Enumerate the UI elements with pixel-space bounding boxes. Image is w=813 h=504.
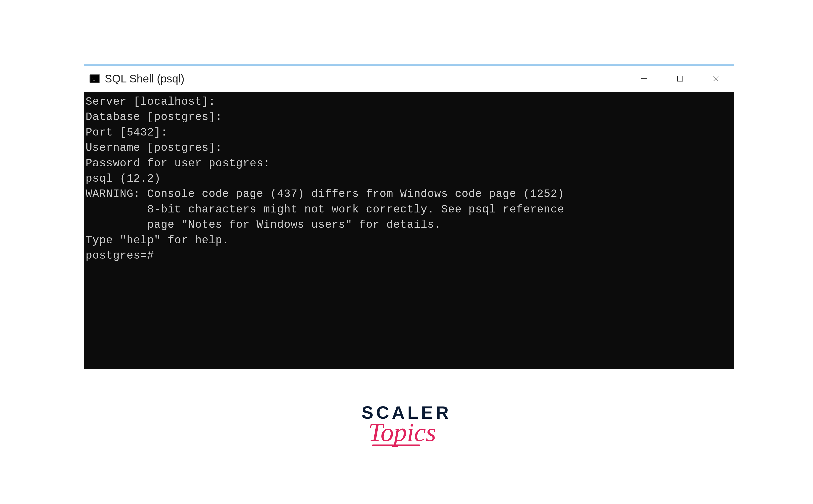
terminal-line: Password for user postgres: — [86, 156, 732, 171]
window-title: SQL Shell (psql) — [105, 72, 184, 85]
svg-text:>_: >_ — [91, 76, 95, 81]
svg-rect-4 — [677, 76, 683, 81]
terminal-line: Server [localhost]: — [86, 94, 732, 109]
terminal-line: Username [postgres]: — [86, 140, 732, 156]
terminal-line: WARNING: Console code page (437) differs… — [86, 186, 732, 202]
terminal-line: Database [postgres]: — [86, 109, 732, 125]
close-button[interactable] — [698, 65, 734, 92]
sql-shell-window: >_ SQL Shell (psql) Server [localhost]:D… — [84, 65, 734, 369]
minimize-button[interactable] — [626, 65, 662, 92]
terminal-line: page "Notes for Windows users" for detai… — [86, 217, 732, 233]
terminal-line: postgres=# — [86, 248, 732, 263]
maximize-button[interactable] — [662, 65, 698, 92]
terminal-line: Type "help" for help. — [86, 233, 732, 248]
terminal-line: psql (12.2) — [86, 171, 732, 186]
brand-script-text: Topics — [357, 419, 447, 445]
window-controls — [626, 65, 734, 92]
title-bar: >_ SQL Shell (psql) — [84, 65, 734, 92]
scaler-topics-logo: SCALER Topics — [361, 404, 451, 446]
title-bar-left: >_ SQL Shell (psql) — [84, 72, 626, 85]
terminal-line: 8-bit characters might not work correctl… — [86, 202, 732, 217]
console-icon: >_ — [89, 73, 100, 84]
brand-underline — [372, 444, 420, 446]
terminal-output[interactable]: Server [localhost]:Database [postgres]:P… — [84, 92, 734, 369]
terminal-line: Port [5432]: — [86, 125, 732, 140]
